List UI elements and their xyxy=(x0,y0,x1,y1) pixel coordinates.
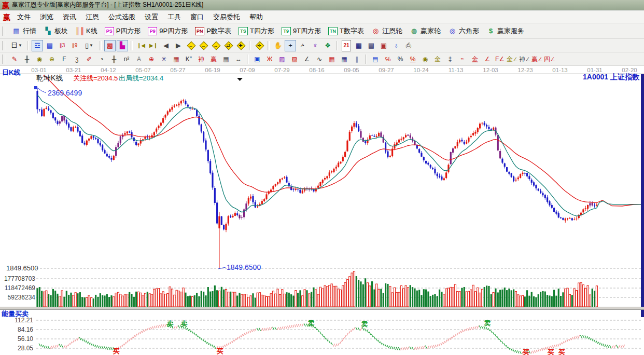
toolbar-button-kline[interactable]: ║║K线 xyxy=(72,25,101,37)
menu-item-0[interactable]: 文件 xyxy=(12,11,35,23)
menu-item-2[interactable]: 资讯 xyxy=(58,11,81,23)
draw-tool-box-anchor[interactable]: ▣ xyxy=(251,53,263,65)
toolbar-button-9p-square[interactable]: P99P四方形 xyxy=(144,25,191,37)
draw-tool-grid-navy[interactable]: ▦ xyxy=(339,53,350,65)
draw-tool-gold-angle[interactable]: 金∠ xyxy=(507,53,518,65)
toolbar-grip[interactable] xyxy=(2,54,6,64)
nav-button-compress-horizontal[interactable]: ⇄ xyxy=(222,40,234,51)
menu-item-5[interactable]: 设置 xyxy=(140,11,163,23)
nav-button-shift-right[interactable]: → xyxy=(198,40,209,51)
nav-button-period-day[interactable]: 日▼ xyxy=(9,40,24,51)
draw-tool-fan-lines[interactable]: Ж xyxy=(264,53,275,65)
toolbar-grip[interactable] xyxy=(2,26,6,36)
draw-tool-pen-red[interactable]: ✐ xyxy=(83,53,95,65)
draw-tool-wave-v[interactable]: ∿ xyxy=(314,53,325,65)
menu-item-3[interactable]: 江恩 xyxy=(81,11,104,23)
draw-tool-grid-123[interactable]: ▦ xyxy=(220,53,232,65)
toolbar-button-winner-wheel[interactable]: ◍赢家轮 xyxy=(406,25,444,37)
draw-tool-ruler-ticks-2[interactable]: ╫ xyxy=(108,53,120,65)
nav-button-save[interactable]: ▣ xyxy=(378,40,389,51)
draw-tool-span-arrows[interactable]: ↔ xyxy=(233,53,244,65)
toolbar-button-p-number-table[interactable]: PNP数字表 xyxy=(191,25,235,37)
draw-tool-n-squared[interactable]: n² xyxy=(121,53,132,65)
draw-tool-k-double-prime[interactable]: K″ xyxy=(183,53,194,65)
nav-button-calculator[interactable]: ▦ xyxy=(353,40,365,51)
nav-button-zoom-all[interactable]: ✚ xyxy=(235,40,246,51)
draw-tool-wave-red[interactable]: ≈ xyxy=(457,53,468,65)
draw-tool-percent-slash[interactable]: ℅ xyxy=(382,53,394,65)
nav-button-mini-chart-3[interactable]: ∥3 xyxy=(57,40,68,51)
draw-tool-grid-target[interactable]: ▦ xyxy=(171,53,182,65)
nav-button-purple-tool[interactable]: ♆ xyxy=(310,40,321,51)
draw-tool-four-angle[interactable]: 四∠ xyxy=(544,53,555,65)
chart-svg[interactable]: 03-0103-2104-1205-0705-2706-1907-0907-29… xyxy=(0,66,644,355)
draw-tool-ruler-ticks[interactable]: ╫ xyxy=(21,53,33,65)
draw-tool-star-compass[interactable]: ✳ xyxy=(158,53,170,65)
draw-tool-shen-tool[interactable]: 神 xyxy=(195,53,207,65)
nav-button-shift-left[interactable]: ← xyxy=(185,40,197,51)
menu-item-9[interactable]: 帮助 xyxy=(245,11,268,23)
draw-tool-circle-cross[interactable]: ⊕ xyxy=(146,53,157,65)
nav-button-print[interactable]: ⎙ xyxy=(403,40,414,51)
toolbar-button-quotes[interactable]: ▦行情 xyxy=(8,25,40,37)
nav-button-next-bar[interactable]: ▶ xyxy=(173,40,184,51)
nav-button-qiankun-pattern[interactable]: ☲ xyxy=(32,40,43,51)
toolbar-button-t-number-table[interactable]: TNT数字表 xyxy=(325,25,368,37)
draw-tool-gold-gauge-a[interactable]: ◉ xyxy=(34,53,45,65)
menu-item-8[interactable]: 交易委托 xyxy=(208,11,245,23)
nav-button-expand-horizontal[interactable]: ↔ xyxy=(210,40,221,51)
nav-button-notes[interactable]: ▤ xyxy=(366,40,377,51)
draw-tool-parallel-lines[interactable]: ∥ xyxy=(351,53,362,65)
draw-tool-flag-pen[interactable]: ‡ xyxy=(444,53,456,65)
nav-button-first-page[interactable]: ❙◀ xyxy=(135,40,147,51)
toolbar-grip[interactable] xyxy=(2,41,6,50)
draw-tool-ying-angle[interactable]: 赢∠ xyxy=(531,53,543,65)
nav-button-last-page[interactable]: ▶❙ xyxy=(148,40,159,51)
menu-item-6[interactable]: 工具 xyxy=(163,11,186,23)
draw-tool-percent-list[interactable]: ▤ xyxy=(370,53,381,65)
draw-tool-a-lines[interactable]: A xyxy=(133,53,145,65)
draw-tool-gold-underline[interactable]: 金 xyxy=(469,53,481,65)
menu-item-7[interactable]: 窗口 xyxy=(186,11,208,23)
nav-button-candle-style[interactable]: ▯▼ xyxy=(81,40,97,51)
panel-splitter[interactable] xyxy=(0,307,644,310)
nav-button-calendar-21[interactable]: 21 xyxy=(341,40,352,51)
nav-button-green-pattern[interactable]: ❖ xyxy=(322,40,333,51)
toolbar-button-winner-service[interactable]: $赢家服务 xyxy=(483,25,528,37)
nav-button-web-share[interactable]: ♁ xyxy=(390,40,402,51)
draw-tool-trend-angle[interactable]: ∠ xyxy=(301,53,313,65)
draw-tool-percent[interactable]: % xyxy=(395,53,406,65)
draw-tool-gold-lines[interactable]: 金 xyxy=(432,53,443,65)
toolbar-button-hexagon[interactable]: ◎六角形 xyxy=(444,25,483,37)
draw-tool-shen-angle[interactable]: 神∠ xyxy=(519,53,530,65)
toolbar-button-p-square[interactable]: PSP四方形 xyxy=(101,25,145,37)
toolbar-button-9t-square[interactable]: T99T四方形 xyxy=(278,25,325,37)
draw-tool-spiral[interactable]: ʒ xyxy=(71,53,82,65)
draw-tool-grid-red[interactable]: ▦ xyxy=(326,53,338,65)
nav-button-pan-hand[interactable]: ✋ xyxy=(272,40,284,51)
draw-tool-percent-underline[interactable]: % xyxy=(407,53,418,65)
nav-button-maze-pattern[interactable]: ▩ xyxy=(104,40,116,51)
menu-item-1[interactable]: 浏览 xyxy=(35,11,58,23)
toolbar-button-t-square[interactable]: TST四方形 xyxy=(235,25,278,37)
nav-button-volume-profile[interactable]: ▙ xyxy=(117,40,128,51)
nav-button-center-view[interactable]: ✛ xyxy=(254,40,265,51)
nav-button-angle-measure[interactable]: ∕• xyxy=(297,40,309,51)
draw-tool-gold-circle[interactable]: ◉ xyxy=(419,53,431,65)
draw-tool-fan-square-red[interactable]: ▨ xyxy=(289,53,300,65)
title-bar[interactable]: 赢 赢家江恩专业版[赢家内部服务平台] - [上证指数 SH1A0001-251… xyxy=(0,0,644,10)
nav-button-info-list[interactable]: ▤ xyxy=(44,40,55,51)
draw-tool-f-angle[interactable]: F∠ xyxy=(494,53,506,65)
toolbar-button-gann-wheel[interactable]: ◎江恩轮 xyxy=(368,25,406,37)
chart-area[interactable]: 03-0103-2104-1205-0705-2706-1907-0907-29… xyxy=(0,66,644,355)
draw-tool-gold-gauge-b[interactable]: ⊕ xyxy=(46,53,58,65)
nav-button-prev-bar[interactable]: ◀ xyxy=(160,40,172,51)
draw-tool-pen[interactable]: ✎ xyxy=(9,53,20,65)
toolbar-button-sectors[interactable]: ▚板块 xyxy=(40,25,72,37)
draw-tool-ying-tool[interactable]: 赢 xyxy=(208,53,219,65)
draw-tool-fan-square-purple[interactable]: ▨ xyxy=(276,53,288,65)
menu-item-4[interactable]: 公式选股 xyxy=(104,11,140,23)
nav-button-mini-chart-9[interactable]: ∥9 xyxy=(69,40,80,51)
draw-tool-f-ruler[interactable]: F xyxy=(59,53,70,65)
draw-tool-j-angle[interactable]: ∠ xyxy=(482,53,493,65)
